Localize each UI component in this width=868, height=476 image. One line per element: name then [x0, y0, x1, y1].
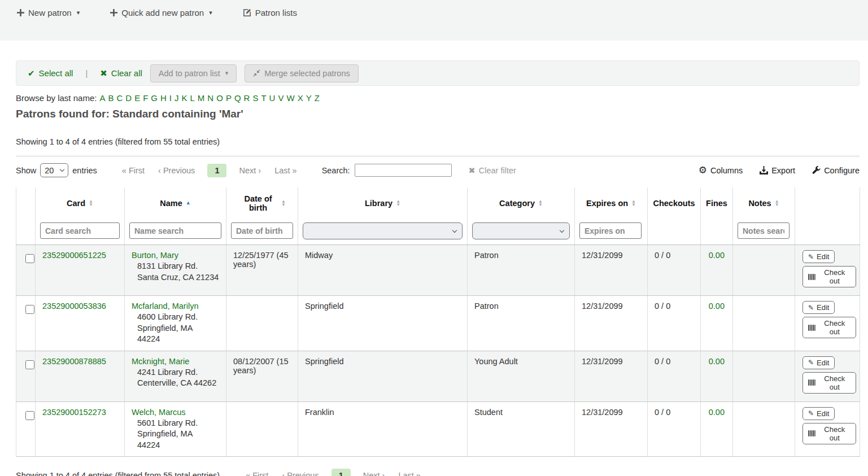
clear-all-label: Clear all — [111, 68, 142, 78]
patron-name-link[interactable]: Burton, Mary — [132, 251, 178, 260]
clear-filter-button[interactable]: ✖ Clear filter — [469, 166, 516, 175]
add-to-patron-list-button[interactable]: Add to patron list ▾ — [150, 64, 237, 82]
merge-selected-patrons-button[interactable]: Merge selected patrons — [245, 64, 359, 82]
chevron-down-icon: ▾ — [77, 9, 80, 16]
pager-next[interactable]: Next › — [232, 164, 268, 177]
pager-next[interactable]: Next › — [356, 469, 392, 476]
browse-letter-Q[interactable]: Q — [234, 93, 241, 103]
new-patron-button[interactable]: New patron ▾ — [17, 8, 80, 18]
notes-filter-input[interactable] — [738, 222, 790, 239]
card-filter-input[interactable] — [40, 222, 120, 239]
barcode-icon — [808, 325, 816, 331]
browse-letter-I[interactable]: I — [169, 93, 172, 103]
pager-previous[interactable]: ‹ Previous — [151, 164, 202, 177]
edit-button[interactable]: ✎Edit — [802, 250, 835, 263]
browse-letter-O[interactable]: O — [216, 93, 223, 103]
checkout-button[interactable]: Check out — [802, 317, 856, 338]
browse-letter-X[interactable]: X — [298, 93, 303, 103]
card-link[interactable]: 23529000878885 — [42, 357, 106, 366]
header-category[interactable]: Category▲▼ — [468, 187, 575, 219]
search-input[interactable] — [355, 164, 452, 177]
browse-letter-J[interactable]: J — [175, 93, 179, 103]
pager-first[interactable]: « First — [239, 469, 275, 476]
configure-label: Configure — [824, 166, 860, 175]
columns-button[interactable]: ⚙ Columns — [699, 165, 743, 175]
header-card[interactable]: Card▲▼ — [36, 187, 125, 219]
header-notes[interactable]: Notes▲▼ — [733, 187, 795, 219]
browse-letter-R[interactable]: R — [244, 93, 250, 103]
header-expires[interactable]: Expires on▲▼ — [575, 187, 648, 219]
patron-name-link[interactable]: Welch, Marcus — [132, 408, 186, 417]
sort-icon: ▲▼ — [281, 200, 286, 207]
browse-letter-B[interactable]: B — [108, 93, 114, 103]
row-checkbox[interactable] — [25, 254, 34, 263]
dob-filter-input[interactable] — [231, 222, 293, 239]
edit-button[interactable]: ✎Edit — [802, 301, 835, 314]
browse-letter-V[interactable]: V — [278, 93, 283, 103]
add-to-patron-list-label: Add to patron list — [159, 69, 220, 78]
browse-letter-W[interactable]: W — [286, 93, 294, 103]
browse-letter-A[interactable]: A — [99, 93, 105, 103]
patron-name-link[interactable]: Mcknight, Marie — [132, 357, 189, 366]
select-all-link[interactable]: ✔ Select all — [28, 68, 73, 78]
browse-letter-T[interactable]: T — [261, 93, 266, 103]
header-library[interactable]: Library▲▼ — [298, 187, 468, 219]
category-filter-select[interactable] — [472, 222, 570, 239]
pager-first[interactable]: « First — [115, 164, 151, 177]
header-dob[interactable]: Date of birth▲▼ — [226, 187, 298, 219]
patron-name-link[interactable]: Mcfarland, Marilyn — [132, 302, 198, 311]
pager-current-page[interactable]: 1 — [332, 469, 351, 476]
export-button[interactable]: Export — [760, 166, 795, 175]
patron-address: 4241 Library Rd.Centerville, CA 44262 — [137, 367, 219, 389]
checkout-button[interactable]: Check out — [802, 266, 856, 287]
expires-filter-input[interactable] — [579, 222, 642, 239]
chevron-down-icon: ▾ — [225, 69, 229, 77]
dob-cell: 12/25/1977 (45 years) — [226, 245, 298, 296]
dob-cell — [226, 296, 298, 351]
browse-letter-U[interactable]: U — [269, 93, 276, 103]
browse-letter-F[interactable]: F — [143, 93, 148, 103]
browse-letter-M[interactable]: M — [198, 93, 205, 103]
pager-last[interactable]: Last » — [268, 164, 304, 177]
row-checkbox[interactable] — [25, 360, 34, 369]
pager-last[interactable]: Last » — [391, 469, 428, 476]
checkout-button[interactable]: Check out — [802, 372, 856, 394]
browse-letter-N[interactable]: N — [207, 93, 213, 103]
row-checkbox[interactable] — [25, 305, 34, 314]
name-filter-input[interactable] — [129, 222, 221, 239]
pager-current-page[interactable]: 1 — [207, 164, 226, 177]
header-name[interactable]: Name▲ — [125, 187, 226, 219]
configure-button[interactable]: Configure — [812, 166, 860, 175]
card-link[interactable]: 23529000651225 — [42, 251, 106, 260]
browse-letter-C[interactable]: C — [116, 93, 123, 103]
sort-icon: ▲▼ — [775, 200, 779, 207]
patron-lists-button[interactable]: Patron lists — [243, 8, 297, 18]
page-size-select[interactable]: 20 — [40, 163, 68, 177]
checkout-button[interactable]: Check out — [802, 423, 856, 444]
browse-letter-D[interactable]: D — [125, 93, 132, 103]
patron-address: 4600 Library Rd.Springfield, MA44224 — [137, 312, 219, 345]
card-link[interactable]: 23529000152273 — [42, 408, 106, 417]
x-icon: ✖ — [469, 166, 476, 175]
pager-previous[interactable]: ‹ Previous — [275, 469, 325, 476]
browse-letter-S[interactable]: S — [252, 93, 258, 103]
sort-icon: ▲▼ — [89, 200, 93, 207]
card-link[interactable]: 23529000053836 — [42, 302, 106, 311]
browse-letter-G[interactable]: G — [151, 93, 158, 103]
library-filter-select[interactable] — [303, 222, 463, 239]
browse-letter-E[interactable]: E — [134, 93, 140, 103]
actions-cell: ✎Edit Check out — [795, 401, 860, 457]
table-row: 23529000878885 Mcknight, Marie4241 Libra… — [16, 351, 860, 401]
browse-letter-K[interactable]: K — [182, 93, 187, 103]
browse-letter-Z[interactable]: Z — [315, 93, 320, 103]
edit-button[interactable]: ✎Edit — [802, 356, 835, 369]
browse-letter-Y[interactable]: Y — [306, 93, 312, 103]
filter-fines-cell — [701, 219, 733, 245]
row-checkbox[interactable] — [25, 411, 34, 420]
browse-letter-P[interactable]: P — [226, 93, 232, 103]
quick-add-new-patron-button[interactable]: Quick add new patron ▾ — [110, 8, 212, 18]
browse-letter-H[interactable]: H — [160, 93, 167, 103]
browse-letter-L[interactable]: L — [190, 93, 195, 103]
clear-all-link[interactable]: ✖ Clear all — [100, 68, 142, 78]
edit-button[interactable]: ✎Edit — [802, 407, 835, 420]
